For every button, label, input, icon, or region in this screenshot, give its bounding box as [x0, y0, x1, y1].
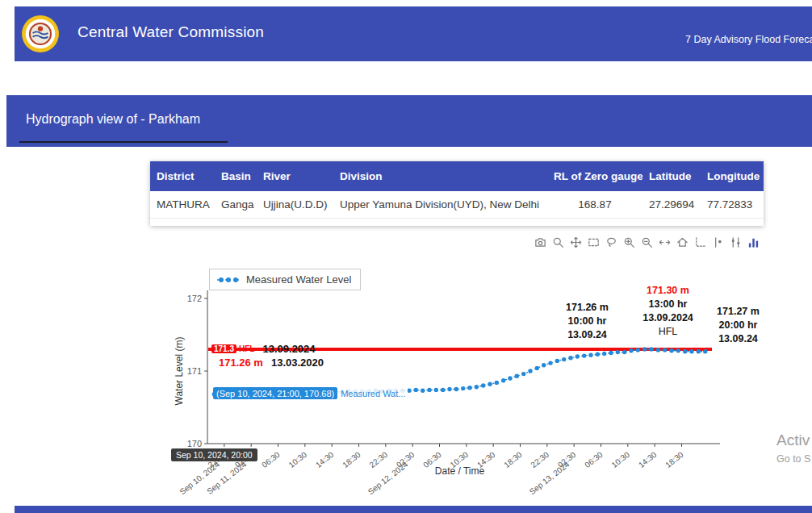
col-district: District	[150, 161, 215, 191]
camera-icon[interactable]	[533, 236, 548, 248]
col-rl-zero-gauge: RL of Zero gauge	[547, 161, 642, 191]
svg-text:171: 171	[187, 366, 202, 376]
svg-text:22:30: 22:30	[368, 450, 390, 469]
app-header: Central Water Commission 7 Day Advisory …	[15, 6, 812, 61]
svg-text:06:30: 06:30	[260, 450, 282, 469]
col-latitude: Latitude	[642, 161, 701, 191]
flood-forecast-link[interactable]: 7 Day Advisory Flood Foreca	[685, 34, 812, 45]
col-longitude: Longitude	[701, 161, 764, 191]
page-title: Hydrograph view of - Parkham	[26, 112, 200, 127]
hover-trace-name: Measured Wat...	[338, 387, 408, 399]
plotly-logo-icon[interactable]	[746, 236, 761, 248]
cell-longitude: 77.72833	[701, 191, 764, 219]
pan-icon[interactable]	[568, 236, 584, 248]
bottom-section-bar	[15, 506, 812, 513]
station-table: District Basin River Division RL of Zero…	[150, 161, 764, 219]
annotation-peak-hfl: 171.30 m 13:00 hr 13.09.2024 HFL	[634, 284, 702, 339]
plotly-modebar	[533, 236, 761, 248]
app-title: Central Water Commission	[77, 23, 264, 41]
hover-compare-icon[interactable]	[728, 236, 743, 248]
autoscale-icon[interactable]	[657, 236, 672, 248]
cwc-emblem-icon	[21, 15, 60, 53]
xaxis-tooltip: Sep 10, 2024, 20:00	[171, 448, 257, 461]
box-select-icon[interactable]	[586, 236, 601, 248]
zoom-icon[interactable]	[550, 236, 566, 248]
zoom-out-icon[interactable]	[639, 236, 655, 248]
reset-axes-icon[interactable]	[675, 236, 690, 248]
svg-text:22:30: 22:30	[529, 450, 551, 469]
activate-windows-watermark: Activ Go to S	[776, 432, 810, 465]
col-division: Division	[333, 161, 547, 191]
legend[interactable]: Measured Water Level	[209, 269, 361, 290]
hydrograph-chart[interactable]: 17017117222:30Sep 10, 202402:30Sep 11, 2…	[170, 266, 812, 502]
title-underline	[19, 141, 228, 143]
hover-point-value: (Sep 10, 2024, 21:00, 170.68)	[213, 387, 337, 399]
table-row: MATHURA Ganga Ujjina(U.D.D) Upper Yamuna…	[150, 191, 764, 219]
hover-closest-icon[interactable]	[710, 236, 726, 248]
zoom-in-icon[interactable]	[622, 236, 637, 248]
svg-text:18:30: 18:30	[341, 450, 362, 469]
svg-text:170: 170	[187, 439, 202, 448]
hover-tooltip: (Sep 10, 2024, 21:00, 170.68) Measured W…	[213, 387, 408, 399]
cell-river: Ujjina(U.D.D)	[257, 191, 333, 219]
svg-text:Date / Time: Date / Time	[435, 465, 485, 477]
svg-text:Water Level (m): Water Level (m)	[174, 337, 185, 406]
hfl-previous-date: 13.03.2020	[271, 357, 324, 369]
hfl-previous-value: 171.26 m	[219, 357, 263, 369]
hfl-annotation: 171.3 HFL 13.09.2024 171.26 m 13.03.2020	[211, 343, 324, 369]
annotation-1000hr: 171.26 m 10:00 hr 13.09.24	[553, 301, 622, 342]
cell-district: MATHURA	[150, 191, 215, 219]
cwc-logo	[21, 15, 60, 53]
toggle-spikelines-icon[interactable]	[693, 236, 708, 248]
svg-text:10:30: 10:30	[610, 450, 632, 469]
svg-text:14:30: 14:30	[637, 450, 659, 469]
svg-text:18:30: 18:30	[502, 450, 524, 469]
svg-text:10:30: 10:30	[287, 450, 309, 469]
svg-text:14:30: 14:30	[314, 450, 336, 469]
col-river: River	[257, 161, 333, 191]
legend-label: Measured Water Level	[246, 273, 351, 286]
hfl-date: 13.09.2024	[262, 343, 315, 355]
svg-text:18:30: 18:30	[663, 450, 685, 469]
lasso-icon[interactable]	[604, 236, 619, 248]
annotation-2000hr: 171.27 m 20:00 hr 13.09.24	[704, 305, 772, 346]
hfl-axis-badge: 171.3	[211, 344, 236, 353]
station-info-card: District Basin River Division RL of Zero…	[150, 161, 764, 226]
cell-basin: Ganga	[215, 191, 257, 219]
svg-text:06:30: 06:30	[583, 450, 605, 469]
cell-latitude: 27.29694	[642, 191, 701, 219]
svg-text:172: 172	[187, 294, 202, 303]
cell-rl-zero-gauge: 168.87	[547, 191, 642, 219]
series-marker-icon	[216, 275, 241, 285]
hfl-tag: HFL	[239, 344, 254, 353]
cell-division: Upper Yamuna Division(UYD), New Delhi	[333, 191, 547, 219]
col-basin: Basin	[215, 161, 257, 191]
table-header-row: District Basin River Division RL of Zero…	[150, 161, 764, 191]
page-title-bar: Hydrograph view of - Parkham	[6, 95, 812, 147]
